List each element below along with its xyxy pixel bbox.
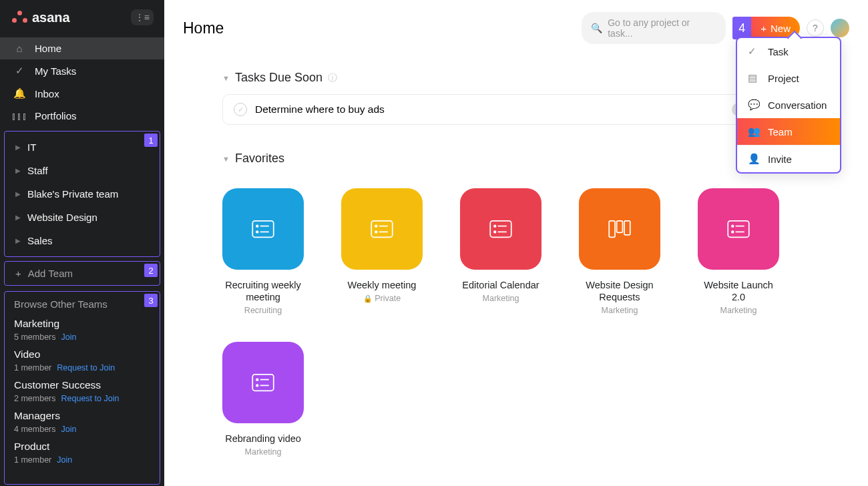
nav-home-label: Home	[35, 43, 61, 54]
svg-rect-0	[252, 221, 274, 238]
other-teams-list: Marketing5 membersJoinVideo1 memberReque…	[5, 314, 160, 467]
svg-point-19	[732, 225, 734, 227]
svg-point-21	[732, 231, 734, 233]
favorite-title: Recruiting weekly meeting	[222, 279, 304, 303]
plus-icon: +	[761, 23, 767, 34]
other-team-name[interactable]: Marketing	[14, 318, 150, 330]
other-team-name[interactable]: Managers	[14, 410, 150, 422]
join-link[interactable]: Join	[61, 332, 77, 342]
teams-list: ▶IT▶Staff▶Blake's Private team▶Website D…	[5, 132, 160, 256]
project-tile	[341, 188, 423, 270]
member-count: 1 member	[14, 455, 51, 465]
sidebar-team-item[interactable]: ▶Staff	[5, 159, 160, 182]
svg-rect-16	[617, 221, 623, 233]
tasks-due-soon-header[interactable]: ▼ Tasks Due Soon ⓘ	[222, 71, 337, 85]
join-link[interactable]: Join	[61, 425, 77, 434]
favorite-project[interactable]: Website Design RequestsMarketing	[579, 188, 660, 315]
complete-task-icon[interactable]: ✓	[234, 103, 247, 116]
user-avatar[interactable]	[831, 19, 849, 37]
sidebar-team-item[interactable]: ▶IT	[5, 136, 160, 159]
favorite-project[interactable]: Rebranding videoMarketing	[222, 342, 304, 457]
nav-inbox-label: Inbox	[35, 88, 59, 99]
svg-point-8	[375, 231, 377, 233]
svg-rect-10	[490, 221, 511, 238]
favorite-title: Website Launch 2.0	[698, 279, 779, 303]
bars-icon: ⫿⫿⫿	[13, 110, 25, 121]
dropdown-invite-label: Invite	[768, 154, 792, 165]
info-icon[interactable]: ⓘ	[328, 72, 337, 84]
callout-badge-2: 2	[144, 264, 158, 277]
svg-point-11	[494, 225, 496, 227]
bell-icon: 🔔	[13, 87, 25, 99]
join-link[interactable]: Request to Join	[57, 363, 115, 373]
search-placeholder: Go to any project or task...	[608, 17, 716, 39]
other-team-item: Customer Success2 membersRequest to Join	[5, 375, 160, 406]
favorites-grid: Recruiting weekly meetingRecruitingWeekl…	[222, 188, 810, 457]
browse-teams-header: Browse Other Teams	[5, 292, 160, 314]
dropdown-project[interactable]: ▤ Project	[737, 65, 840, 91]
join-link[interactable]: Request to Join	[61, 394, 120, 403]
sidebar-team-item[interactable]: ▶Website Design	[5, 206, 160, 229]
chevron-right-icon: ▶	[15, 190, 21, 198]
favorite-subtitle: Marketing	[579, 306, 660, 315]
chevron-right-icon: ▶	[15, 237, 21, 244]
project-tile	[222, 188, 304, 270]
person-plus-icon: 👤	[748, 153, 760, 165]
product-name: asana	[32, 10, 70, 25]
other-team-item: Product1 memberJoin	[5, 437, 160, 467]
chevron-down-icon: ▼	[222, 74, 230, 82]
logo[interactable]: asana	[12, 10, 70, 25]
task-row[interactable]: ✓ Determine where to buy ads Custome... …	[222, 94, 810, 125]
svg-rect-23	[252, 375, 274, 391]
favorite-title: Rebranding video	[222, 433, 304, 445]
dropdown-task-label: Task	[768, 46, 789, 57]
dropdown-task[interactable]: ✓ Task	[737, 38, 840, 65]
nav-portfolios[interactable]: ⫿⫿⫿ Portfolios	[0, 105, 164, 127]
favorite-project[interactable]: Website Launch 2.0Marketing	[698, 188, 779, 315]
favorite-project[interactable]: Weekly meeting🔒 Private	[341, 188, 423, 315]
dropdown-conversation[interactable]: 💬 Conversation	[737, 91, 840, 118]
team-label: Blake's Private team	[27, 188, 118, 200]
other-team-name[interactable]: Product	[14, 441, 150, 453]
other-team-name[interactable]: Customer Success	[14, 379, 150, 391]
dropdown-team-label: Team	[768, 126, 793, 138]
collapse-sidebar-icon[interactable]: ⋮≡	[131, 9, 154, 25]
sidebar-team-item[interactable]: ▶Blake's Private team	[5, 182, 160, 206]
help-button[interactable]: ?	[807, 19, 824, 37]
svg-rect-17	[624, 221, 630, 235]
svg-rect-18	[728, 221, 749, 238]
join-link[interactable]: Join	[57, 455, 72, 465]
member-count: 5 members	[14, 332, 56, 342]
svg-point-13	[494, 231, 496, 233]
project-tile	[460, 188, 541, 270]
favorite-title: Website Design Requests	[579, 279, 660, 303]
project-tile	[222, 342, 304, 423]
favorite-project[interactable]: Recruiting weekly meetingRecruiting	[222, 188, 304, 315]
chevron-down-icon: ▼	[222, 155, 230, 163]
dropdown-project-label: Project	[768, 73, 799, 84]
svg-point-6	[375, 225, 377, 227]
dropdown-team[interactable]: 👥 Team	[737, 118, 840, 145]
other-team-item: Marketing5 membersJoin	[5, 314, 160, 344]
favorite-subtitle: Marketing	[460, 294, 541, 303]
other-team-name[interactable]: Video	[14, 348, 150, 360]
clipboard-icon: ▤	[748, 72, 760, 84]
favorite-project[interactable]: Editorial CalendarMarketing	[460, 188, 541, 315]
favorites-header[interactable]: ▼ Favorites	[222, 152, 810, 166]
svg-rect-5	[371, 221, 393, 238]
team-label: Staff	[27, 165, 48, 176]
chevron-right-icon: ▶	[15, 144, 21, 151]
nav-my-tasks[interactable]: ✓ My Tasks	[0, 59, 164, 82]
add-team-button[interactable]: + Add Team	[5, 262, 160, 285]
sidebar-team-item[interactable]: ▶Sales	[5, 229, 160, 252]
nav-inbox[interactable]: 🔔 Inbox	[0, 82, 164, 105]
team-label: IT	[27, 142, 36, 153]
check-circle-icon: ✓	[13, 65, 25, 77]
nav-home[interactable]: ⌂ Home	[0, 37, 164, 59]
dropdown-invite[interactable]: 👤 Invite	[737, 146, 840, 172]
home-icon: ⌂	[13, 43, 25, 54]
search-input[interactable]: 🔍 Go to any project or task...	[582, 12, 726, 44]
add-team-callout: 2 + Add Team	[4, 261, 160, 286]
people-icon: 👥	[748, 126, 760, 138]
team-label: Website Design	[27, 212, 97, 223]
